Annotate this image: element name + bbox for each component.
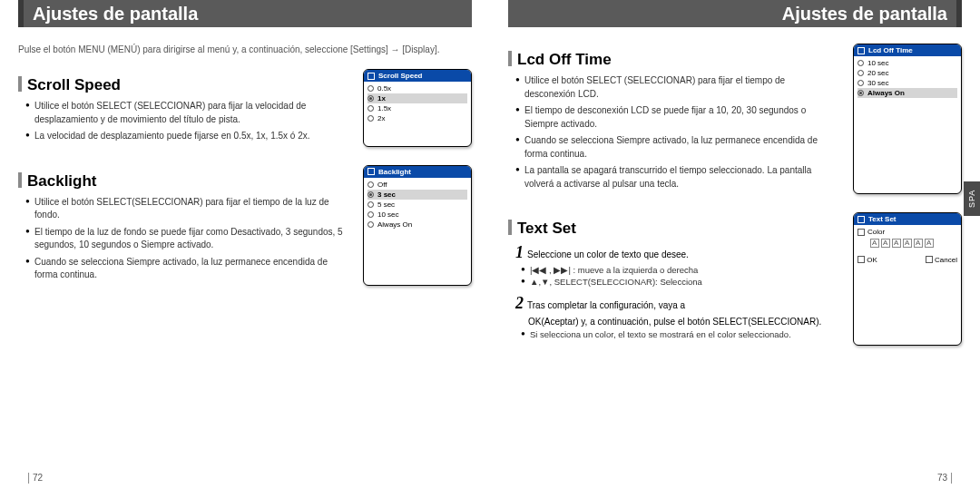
page-title-bar-right: Ajustes de pantalla <box>508 0 962 27</box>
section-backlight: Backlight Utilice el botón SELECT(SELECC… <box>18 165 472 286</box>
scroll-speed-title: Scroll Speed <box>18 76 343 94</box>
lcd-off-screen: Lcd Off Time 10 sec 20 sec 30 sec Always… <box>853 44 962 194</box>
lcd-off-title: Lcd Off Time <box>508 51 833 69</box>
lcd-off-bullet: La pantalla se apagará transcurrido el t… <box>515 164 833 191</box>
section-text-set: Text Set 1Seleccione un color de texto q… <box>508 212 962 346</box>
lcd-off-bullet: Cuando se selecciona Siempre activado, l… <box>515 134 833 161</box>
page-number-right: 73 | <box>937 471 953 484</box>
backlight-title: Backlight <box>18 172 343 191</box>
lcd-off-bullet: El tiempo de desconexión LCD se puede fi… <box>515 104 833 131</box>
section-lcd-off: Lcd Off Time Utilice el botón SELECT (SE… <box>508 44 962 194</box>
backlight-bullet: Utilice el botón SELECT(SELECCIONAR) par… <box>25 196 343 222</box>
scroll-speed-screen: Scroll Speed 0.5x 1x 1.5x 2x <box>363 69 472 147</box>
step-1-sub: ▲,▼, SELECT(SELECCIONAR): Selecciona <box>521 276 833 288</box>
scroll-speed-bullet: La velocidad de desplazamiento puede fij… <box>25 130 343 143</box>
page-number-left: | 72 <box>27 471 43 484</box>
page-title: Ajustes de pantalla <box>782 4 947 24</box>
side-tab-spa: SPA <box>964 181 980 216</box>
step-2-sub: Si selecciona un color, el texto se most… <box>521 328 833 340</box>
lcd-off-bullet: Utilice el botón SELECT (SELECCIONAR) pa… <box>515 74 833 101</box>
page-title: Ajustes de pantalla <box>33 4 198 24</box>
step-2-cont: OK(Aceptar) y, a continuación, pulse el … <box>528 317 833 327</box>
page-title-bar-left: Ajustes de pantalla <box>18 0 472 27</box>
section-scroll-speed: Scroll Speed Utilice el botón SELECT (SE… <box>18 69 472 147</box>
color-swatches <box>870 239 957 248</box>
text-set-screen: Text Set Color OK Cancel <box>853 212 962 346</box>
scroll-speed-bullet: Utilice el botón SELECT (SELECCIONAR) pa… <box>25 100 343 126</box>
backlight-screen: Backlight Off 3 sec 5 sec 10 sec Always … <box>363 165 472 286</box>
step-2: 2Tras completar la configuración, vaya a <box>515 294 833 313</box>
backlight-bullet: El tiempo de la luz de fondo se puede fi… <box>25 226 343 252</box>
step-1: 1Seleccione un color de texto que desee. <box>515 243 833 262</box>
backlight-bullet: Cuando se selecciona Siempre activado, l… <box>25 256 343 282</box>
text-set-title: Text Set <box>508 220 833 238</box>
step-1-sub: |◀◀ , ▶▶| : mueve a la izquierda o derec… <box>521 264 833 276</box>
intro-text: Pulse el botón MENU (MENÚ) para dirigirs… <box>18 44 472 56</box>
